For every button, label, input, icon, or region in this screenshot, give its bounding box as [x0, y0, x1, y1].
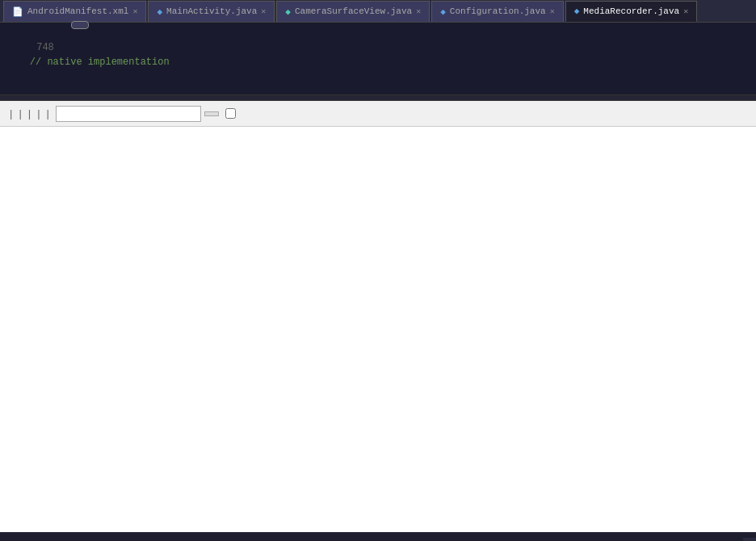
- close-icon[interactable]: ✕: [261, 6, 266, 16]
- search-input[interactable]: [56, 106, 201, 122]
- xref-bar: [0, 95, 756, 101]
- nav-toolbar: | | | | |: [0, 101, 756, 127]
- tab-bar: 📄 AndroidManifest.xml ✕ ◆ MainActivity.j…: [0, 0, 756, 23]
- tab-configuration[interactable]: ◆ Configuration.java ✕: [431, 1, 563, 22]
- tab-androidmanifest[interactable]: 📄 AndroidManifest.xml ✕: [3, 1, 146, 22]
- close-icon[interactable]: ✕: [416, 6, 421, 16]
- tab-label: CameraSurfaceView.java: [295, 6, 412, 16]
- close-icon[interactable]: ✕: [683, 6, 688, 16]
- xml-icon: 📄: [12, 6, 23, 17]
- java-icon: ◆: [285, 6, 291, 17]
- tab-camerasurface[interactable]: ◆ CameraSurfaceView.java ✕: [276, 1, 430, 22]
- code-preview: 748 // native implementation 749 private…: [0, 23, 756, 95]
- search-button[interactable]: [204, 111, 219, 116]
- preview-line-748: 748 // native implementation: [6, 26, 750, 84]
- tab-mediarecorder[interactable]: ◆ MediaRecorder.java ✕: [565, 1, 697, 22]
- code-area[interactable]: [0, 127, 756, 532]
- close-icon[interactable]: ✕: [550, 6, 555, 16]
- tab-label: Configuration.java: [450, 6, 546, 16]
- preview-line-749: 749 private native void _setOutputFile(F…: [6, 84, 750, 95]
- java-icon: ◆: [440, 6, 446, 17]
- only-in-checkbox[interactable]: [225, 108, 236, 119]
- tab-label: AndroidManifest.xml: [27, 6, 128, 16]
- close-icon[interactable]: ✕: [132, 6, 137, 16]
- java-icon: ◆: [157, 6, 162, 17]
- tab-label: MediaRecorder.java: [583, 6, 679, 16]
- tooltip-bubble: [71, 21, 89, 29]
- bottom-bar: [743, 538, 756, 541]
- tab-mainactivity[interactable]: ◆ MainActivity.java ✕: [148, 1, 275, 22]
- tab-label: MainActivity.java: [166, 6, 257, 16]
- java-icon: ◆: [574, 6, 580, 16]
